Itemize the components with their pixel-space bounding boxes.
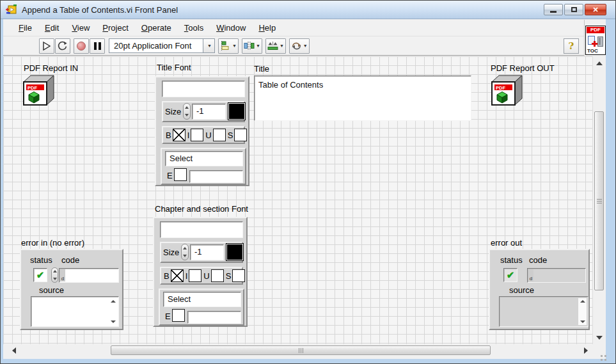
window-title: Append a Table of Contents.vi Front Pane…: [22, 5, 178, 15]
pdf-report-out-refnum-icon[interactable]: PDF: [489, 74, 524, 107]
menu-operate[interactable]: Operate: [135, 21, 178, 35]
abort-button[interactable]: [74, 38, 89, 54]
title-font-label: Title Font: [157, 63, 191, 72]
e-checkbox[interactable]: [174, 168, 187, 181]
size-increment-decrement[interactable]: [183, 103, 191, 120]
source-label: source: [509, 285, 534, 295]
size-field[interactable]: -1: [190, 244, 224, 260]
e-field[interactable]: [187, 311, 241, 324]
select-subcluster: Select E: [161, 148, 246, 185]
menu-edit[interactable]: Edit: [38, 21, 65, 35]
align-objects-dropdown[interactable]: ▼: [218, 38, 239, 54]
horizontal-scrollbar-strip: [3, 344, 606, 358]
scroll-down-button[interactable]: [594, 332, 604, 343]
source-field[interactable]: [31, 296, 119, 327]
size-row: Size -1: [162, 101, 245, 122]
menu-file[interactable]: File: [12, 21, 38, 35]
pause-icon: [94, 42, 101, 50]
bold-checkbox[interactable]: [173, 129, 186, 141]
font-selector[interactable]: 20pt Application Font: [109, 38, 203, 53]
e-field[interactable]: [189, 170, 243, 183]
resize-grip[interactable]: [601, 355, 603, 357]
run-button[interactable]: [39, 38, 54, 54]
menu-help[interactable]: Help: [252, 21, 282, 35]
e-checkbox[interactable]: [172, 309, 185, 322]
labview-front-panel-window: Append a Table of Contents.vi Front Pane…: [0, 0, 616, 364]
help-button[interactable]: ?: [564, 38, 579, 54]
underline-checkbox[interactable]: [211, 269, 224, 282]
scroll-up-button[interactable]: [594, 58, 604, 68]
italic-label: I: [187, 131, 190, 140]
size-field[interactable]: -1: [192, 104, 226, 120]
run-continuously-button[interactable]: [55, 38, 70, 54]
minimize-button[interactable]: [544, 4, 563, 15]
size-increment-decrement[interactable]: [181, 244, 189, 260]
e-label: E: [165, 312, 171, 321]
maximize-button[interactable]: [564, 4, 583, 15]
titlebar[interactable]: Append a Table of Contents.vi Front Pane…: [1, 1, 615, 19]
menu-view[interactable]: View: [65, 21, 96, 35]
size-row: Size -1: [160, 242, 243, 263]
scroll-down-icon: [111, 320, 116, 323]
horizontal-scrollbar-thumb[interactable]: [111, 345, 491, 355]
italic-checkbox[interactable]: [189, 269, 201, 282]
scroll-up-icon: [111, 300, 116, 303]
scroll-down-icon: [580, 320, 585, 323]
title-field[interactable]: Table of Contents: [254, 75, 471, 121]
italic-checkbox[interactable]: [191, 129, 203, 141]
menu-tools[interactable]: Tools: [178, 21, 210, 35]
strikeout-label: S: [226, 271, 232, 281]
source-field: [499, 296, 588, 327]
font-select-field[interactable]: Select: [163, 292, 241, 307]
horizontal-scrollbar[interactable]: [7, 344, 592, 357]
font-selector-dropdown-button[interactable]: ▼: [203, 38, 215, 53]
vertical-scrollbar[interactable]: [592, 56, 605, 344]
status-label: status: [30, 255, 52, 265]
scroll-left-button[interactable]: [8, 345, 19, 356]
scroll-left-icon: [12, 347, 16, 354]
chapter-font-cluster: Size -1 B I U S Select E: [153, 217, 248, 327]
chevron-down-icon: ▼: [207, 44, 212, 48]
font-name-field[interactable]: [160, 221, 243, 238]
font-color-box[interactable]: [228, 102, 246, 120]
resize-objects-dropdown[interactable]: ▼: [265, 38, 286, 54]
front-panel-canvas[interactable]: PDF Report IN PDF Title Font Size -1 B: [3, 56, 592, 344]
underline-checkbox[interactable]: [213, 129, 226, 141]
font-select-field[interactable]: Select: [165, 151, 243, 166]
svg-text:PDF: PDF: [496, 85, 505, 91]
style-checkbox-row: B I U S: [162, 126, 245, 144]
code-field[interactable]: d0: [59, 268, 119, 283]
strikeout-label: S: [228, 131, 233, 140]
source-label: source: [39, 285, 64, 295]
menu-project[interactable]: Project: [96, 21, 134, 35]
menu-window[interactable]: Window: [210, 21, 252, 35]
scroll-right-button[interactable]: [580, 345, 591, 356]
close-button[interactable]: ✕: [585, 4, 606, 15]
strikeout-checkbox[interactable]: [234, 129, 247, 141]
status-led[interactable]: ✔: [33, 268, 47, 282]
font-color-box[interactable]: [226, 243, 244, 261]
code-increment-decrement[interactable]: [51, 267, 58, 283]
distribute-objects-dropdown[interactable]: ▼: [242, 38, 262, 54]
title-font-cluster: Size -1 B I U S Select E: [155, 76, 249, 186]
pause-button[interactable]: [90, 38, 105, 54]
vi-icon[interactable]: PDF TOC: [585, 26, 606, 55]
error-in-cluster: status code ✔ d0 source: [20, 249, 123, 330]
chevron-down-icon: ▼: [256, 44, 260, 48]
pdf-report-in-refnum-icon[interactable]: PDF: [21, 74, 56, 107]
scroll-up-icon: [580, 300, 585, 303]
scroll-down-icon: [596, 336, 603, 340]
bold-checkbox[interactable]: [171, 269, 184, 282]
font-name-field[interactable]: [162, 81, 245, 97]
chapter-font-label: Chapter and section Font: [155, 204, 248, 214]
minimize-icon: [550, 11, 557, 13]
maximize-icon: [571, 7, 577, 12]
vi-icon-pdf-banner: PDF: [587, 27, 604, 33]
vertical-scrollbar-thumb[interactable]: [594, 111, 604, 290]
strikeout-checkbox[interactable]: [232, 269, 245, 282]
source-scrollbar[interactable]: [109, 298, 117, 325]
radix-indicator: d: [528, 269, 533, 281]
align-objects-icon: [220, 40, 231, 51]
source-scrollbar[interactable]: [578, 298, 587, 325]
reorder-dropdown[interactable]: ▼: [289, 38, 310, 54]
